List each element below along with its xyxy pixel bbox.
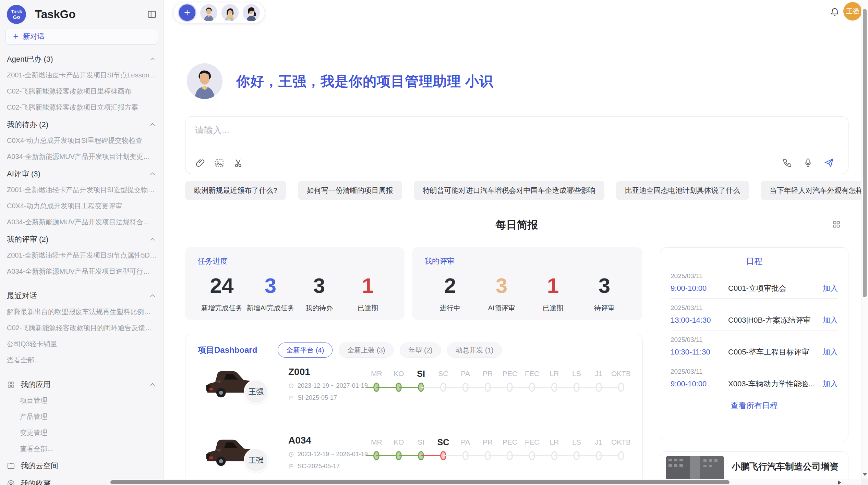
sidebar-task-item[interactable]: A034-全新新能源MUV产品开发项目计划变更表编写 [0, 149, 164, 165]
project-code[interactable]: A034 [288, 435, 369, 446]
sidebar-recent-item[interactable]: C02-飞腾新能源轻客改款项目的闭环通告反馈情况 [0, 320, 164, 336]
sidebar-recent-item[interactable]: 解释最新出台的欧盟报废车法规再生塑料比例被调至15%... [0, 304, 164, 320]
stat: 1已逾期 [343, 270, 392, 313]
agent-avatar[interactable] [243, 4, 260, 21]
join-meeting-link[interactable]: 加入 [823, 283, 838, 294]
attachment-icon[interactable] [195, 158, 205, 168]
project-code[interactable]: Z001 [288, 366, 369, 377]
section-title: 我的应用 [21, 380, 51, 390]
section-title: 最近对话 [7, 291, 37, 301]
chevron-up-icon [148, 235, 157, 244]
chevron-up-icon [148, 292, 157, 300]
stat-card-title: 我的评审 [424, 256, 630, 266]
scissors-icon[interactable] [233, 158, 244, 168]
horizontal-scrollbar[interactable] [109, 479, 861, 485]
sidebar-item-label: 我的云空间 [21, 461, 58, 471]
dashboard-tab[interactable]: 动总开发 (1) [447, 343, 502, 358]
view-all-schedule-link[interactable]: 查看所有日程 [660, 400, 848, 411]
section-title: 我的评审 (2) [7, 234, 48, 245]
milestone-label: PA [454, 368, 477, 380]
sidebar-task-item[interactable]: Z001-全新燃油轻卡产品开发项目SI造型提交物评审 [0, 182, 164, 198]
milestone-label: PEC [499, 368, 521, 380]
sidebar-task-item[interactable]: A034-全新新能源MUV产品开发项目法规符合性评审 [0, 214, 164, 230]
suggestion-chip[interactable]: 特朗普可能对进口汽车增税会对中国车企造成哪些影响 [414, 181, 604, 200]
schedule-card: 日程 2025/03/119:00-10:00C001-立项审批会加入2025/… [660, 247, 848, 441]
greeting-text: 你好，王强，我是你的项目管理助理 小识 [236, 72, 493, 91]
suggestion-chip[interactable]: 比亚迪全固态电池计划具体说了什么 [616, 181, 749, 200]
schedule-item: 2025/03/1113:00-14:30C003|H0B-方案冻结评审加入 [660, 299, 848, 330]
sidebar-section-header-1[interactable]: 我的待办 (2) [0, 115, 164, 133]
sidebar-task-item[interactable]: Z001-全新燃油皮卡产品开发项目SI节点Lesson Learn报告 [0, 67, 164, 83]
project-owner-badge: 王强 [244, 448, 268, 473]
sidebar-section-header-0[interactable]: Agent已办 (3) [0, 50, 164, 67]
horizontal-scrollbar-thumb[interactable] [110, 480, 730, 484]
chevron-up-icon [148, 170, 157, 178]
scrollbar-corner [861, 479, 868, 485]
project-date-range: 2023-12-19 ~ 2026-01-19 [288, 451, 369, 458]
view-all-apps-link[interactable]: 查看全部... [0, 441, 164, 457]
milestone-label: LS [565, 368, 588, 380]
sidebar-task-item[interactable]: C02-飞腾新能源轻客改款项目里程碑画布 [0, 83, 164, 99]
clock-icon [288, 383, 294, 389]
join-meeting-link[interactable]: 加入 [823, 379, 838, 389]
view-all-conversations-link[interactable]: 查看全部... [0, 352, 164, 368]
vertical-scrollbar[interactable] [861, 0, 868, 479]
suggestion-chip[interactable]: 欧洲新规最近颁布了什么? [185, 181, 286, 200]
user-avatar[interactable]: 王强 [843, 2, 862, 21]
sidebar-task-item[interactable]: Z001-全新燃油轻卡产品开发项目SI节点属性5D文件评审 [0, 247, 164, 263]
stat-label: 进行中 [424, 303, 476, 313]
image-icon[interactable] [214, 158, 225, 168]
agent-avatar[interactable] [221, 4, 239, 21]
scroll-down-arrow-icon[interactable] [863, 473, 867, 476]
project-row-z001: 王强Z0012023-12-19 ~ 2027-01-19SI-2025-05-… [192, 366, 636, 426]
dashboard-tabs: 全新平台 (4)全新上装 (3)年型 (2)动总开发 (1) [278, 343, 502, 358]
sidebar-section-header-apps[interactable]: 我的应用 [0, 375, 164, 393]
collapse-panel-icon[interactable] [147, 10, 157, 19]
scroll-right-arrow-icon[interactable] [838, 481, 841, 485]
join-meeting-link[interactable]: 加入 [823, 315, 838, 325]
suggestion-chip[interactable]: 如何写一份清晰的项目周报 [298, 181, 402, 200]
suggestion-chip[interactable]: 当下年轻人对汽车外观有怎样的喜好趋势 [761, 181, 868, 200]
chat-input[interactable] [195, 125, 839, 136]
send-icon[interactable] [823, 157, 834, 168]
stat: 3待评审 [579, 270, 630, 313]
chat-composer [185, 116, 848, 174]
clock-icon [288, 451, 294, 457]
dashboard-tab[interactable]: 全新上装 (3) [339, 343, 394, 358]
sidebar-section-header-recent[interactable]: 最近对话 [0, 287, 164, 304]
sidebar-item-folder[interactable]: 我的云空间 [0, 457, 164, 475]
notification-bell-icon[interactable] [830, 7, 840, 17]
join-meeting-link[interactable]: 加入 [823, 347, 838, 357]
voice-call-icon[interactable] [782, 158, 793, 168]
dashboard-tab[interactable]: 全新平台 (4) [278, 343, 333, 358]
milestone-label: PA [454, 436, 477, 448]
sidebar-task-item[interactable]: C0X4-动力总成开发项目工程变更评审 [0, 198, 164, 214]
agent-avatar[interactable] [200, 4, 217, 21]
milestone-date-text: SI-2025-05-17 [298, 394, 337, 401]
stat-value: 3 [579, 270, 630, 301]
vertical-scrollbar-thumb[interactable] [863, 9, 867, 297]
sidebar-app-item[interactable]: 变更管理 [0, 425, 164, 441]
sidebar-header: Task Go TaskGo [0, 3, 164, 25]
sidebar-task-item[interactable]: C02-飞腾新能源轻客改款项目立项汇报方案 [0, 99, 164, 115]
new-chat-button[interactable]: 新对话 [5, 28, 158, 45]
microphone-icon[interactable] [803, 158, 813, 168]
sidebar-app-item[interactable]: 产品管理 [0, 409, 164, 425]
project-row-a034: 王强A0342023-12-19 ~ 2026-01-19SC-2025-05-… [192, 434, 636, 485]
sidebar-section-header-2[interactable]: AI评审 (3) [0, 165, 164, 182]
sidebar-app-item[interactable]: 项目管理 [0, 393, 164, 409]
schedule-event-name: C001-立项审批会 [728, 283, 818, 294]
logo-line1: Task [11, 9, 22, 14]
project-milestone-date: SC-2025-05-17 [288, 463, 369, 470]
stat-label: 我的待办 [295, 303, 343, 313]
flag-icon [288, 463, 294, 469]
sidebar-recent-item[interactable]: 公司Q3轻卡销量 [0, 336, 164, 352]
dashboard-tab[interactable]: 年型 (2) [400, 343, 441, 358]
layout-grid-icon[interactable] [832, 220, 841, 229]
sidebar-task-item[interactable]: A034-全新新能源MUV产品开发项目造型可行性评审 [0, 263, 164, 279]
assistant-avatar [187, 63, 222, 99]
add-agent-button[interactable] [178, 4, 196, 22]
schedule-time: 9:00-10:00 [671, 380, 728, 388]
sidebar-task-item[interactable]: C0X4-动力总成开发项目SI里程碑提交物检查 [0, 133, 164, 149]
sidebar-section-header-3[interactable]: 我的评审 (2) [0, 230, 164, 247]
